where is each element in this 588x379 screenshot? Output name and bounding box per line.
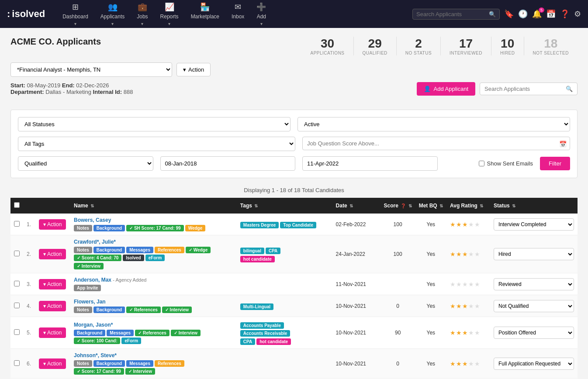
filter-date-from[interactable] — [160, 156, 296, 171]
select-all-checkbox[interactable] — [14, 202, 20, 208]
header-metbq[interactable]: Met BQ ⇅ — [415, 198, 446, 214]
table-row: 2. ▾ Action Crawford*, Julie* NotesBackg… — [10, 235, 578, 273]
star-empty: ★ — [456, 281, 462, 288]
filter-row-2: All Tags 📅 — [18, 137, 570, 151]
calendar-icon[interactable]: 📅 — [546, 9, 556, 19]
row-status-select[interactable]: Interview CompletedHiredReviewedNot Qual… — [494, 218, 574, 231]
row-name-cell: Crawford*, Julie* NotesBackgroundMessage… — [70, 235, 237, 273]
row-status-cell: Interview CompletedHiredReviewedNot Qual… — [490, 295, 578, 317]
search-applicants-input[interactable] — [484, 86, 563, 92]
header-score[interactable]: Score ❓ ⇅ — [380, 198, 415, 214]
row-action-button[interactable]: ▾ Action — [39, 249, 66, 259]
nav-item-add[interactable]: ➕ Add ▾ — [251, 0, 271, 30]
header-date[interactable]: Date ⇅ — [332, 198, 380, 214]
row-status-select[interactable]: Interview CompletedHiredReviewedNot Qual… — [494, 278, 574, 290]
row-date: 10-Nov-2021 — [332, 349, 380, 379]
search-applicants-container[interactable]: 🔍 — [480, 83, 578, 95]
star-filled: ★ — [462, 329, 468, 336]
nav-item-inbox[interactable]: ✉ Inbox — [226, 0, 249, 30]
nav-item-applicants[interactable]: 👥 Applicants ▾ — [95, 0, 130, 30]
nav-item-dashboard[interactable]: ⊞ Dashboard ▾ — [57, 0, 93, 30]
candidate-name[interactable]: Bowers, Casey — [74, 217, 111, 223]
main-content: ACME CO. Applicants 30 APPLICATIONS 29 Q… — [0, 28, 588, 379]
bookmark-icon[interactable]: 🔖 — [504, 9, 514, 19]
row-tags-cell: Masters DegreeTop Candidate — [237, 214, 332, 235]
header-name[interactable]: Name ⇅ — [70, 198, 237, 214]
star-empty: ★ — [474, 281, 480, 288]
logo[interactable]: :isolved — [7, 8, 45, 20]
nav-item-jobs[interactable]: 💼 Jobs ▾ — [131, 0, 153, 30]
row-action-button[interactable]: ▾ Action — [39, 279, 66, 289]
candidate-name[interactable]: Morgan, Jason* — [74, 322, 113, 328]
applicant-tag: ✓ References — [135, 330, 169, 336]
applicant-tag: Accounts Receivable — [240, 330, 291, 337]
applicant-tag: eForm — [145, 255, 165, 261]
help-icon[interactable]: ❓ — [560, 9, 570, 19]
stat-interviewed: 17 INTERVIEWED — [441, 37, 491, 55]
candidate-name[interactable]: Crawford*, Julie* — [74, 239, 116, 245]
star-empty: ★ — [462, 281, 468, 288]
row-checkbox[interactable] — [14, 281, 20, 286]
star-filled: ★ — [450, 221, 456, 228]
applicant-tag: Messages — [126, 360, 153, 367]
row-action-button[interactable]: ▾ Action — [39, 219, 66, 230]
filter-qualified-select[interactable]: Qualified — [18, 156, 153, 171]
row-status-cell: Interview CompletedHiredReviewedNot Qual… — [490, 349, 578, 379]
filter-active-select[interactable]: Active — [297, 117, 570, 131]
applicant-tag: Background — [74, 330, 105, 336]
row-status-select[interactable]: Interview CompletedHiredReviewedNot Qual… — [494, 248, 574, 260]
applicant-tag: Background — [93, 247, 125, 253]
row-checkbox[interactable] — [14, 329, 20, 335]
row-action-button[interactable]: ▾ Action — [39, 327, 66, 338]
nav-item-marketplace[interactable]: 🏪 Marketplace — [186, 0, 225, 30]
settings-icon[interactable]: ⚙ — [574, 9, 581, 19]
nav-search-bar[interactable]: 🔍 — [412, 9, 500, 20]
row-checkbox[interactable] — [14, 303, 20, 308]
header-avg-rating[interactable]: Avg Rating ⇅ — [446, 198, 490, 214]
table-body: 1. ▾ Action Bowers, Casey NotesBackgroun… — [10, 214, 578, 379]
show-sent-emails-checkbox[interactable] — [479, 161, 484, 166]
row-status-cell: Interview CompletedHiredReviewedNot Qual… — [490, 235, 578, 273]
row-name-cell: Bowers, Casey NotesBackground✓ SH Score:… — [70, 214, 237, 235]
header-checkbox — [10, 198, 23, 214]
row-checkbox[interactable] — [14, 221, 20, 227]
header-status[interactable]: Status ⇅ — [490, 198, 578, 214]
stat-no-status: 2 NO STATUS — [397, 37, 441, 55]
applicant-tag: Background — [93, 307, 125, 313]
candidate-name[interactable]: Johnson*, Steve* — [74, 352, 117, 358]
row-checkbox[interactable] — [14, 360, 20, 366]
applicant-tag: Background — [93, 360, 125, 367]
caret-icon: ▾ — [43, 303, 46, 309]
star-empty: ★ — [468, 281, 474, 288]
agency-label: - Agency Added — [113, 277, 146, 283]
header-action — [35, 198, 70, 214]
nav-item-reports[interactable]: 📈 Reports ▾ — [155, 0, 184, 30]
row-checkbox-cell — [10, 317, 23, 349]
history-icon[interactable]: 🕐 — [518, 9, 528, 19]
candidate-name[interactable]: Anderson, Max — [74, 277, 111, 283]
sort-metbq-icon: ⇅ — [439, 203, 443, 208]
row-checkbox[interactable] — [14, 251, 20, 256]
nav-search-input[interactable] — [416, 11, 486, 17]
filter-job-question-input[interactable] — [302, 137, 570, 150]
row-action-button[interactable]: ▾ Action — [39, 358, 66, 369]
row-status-cell: Interview CompletedHiredReviewedNot Qual… — [490, 273, 578, 295]
row-action-button[interactable]: ▾ Action — [39, 301, 66, 311]
row-status-select[interactable]: Interview CompletedHiredReviewedNot Qual… — [494, 327, 574, 339]
candidate-name[interactable]: Flowers, Jan — [74, 299, 106, 305]
filter-tags-select[interactable]: All Tags — [18, 137, 295, 151]
nav-items: ⊞ Dashboard ▾ 👥 Applicants ▾ 💼 Jobs ▾ 📈 … — [57, 0, 409, 30]
row-score: 100 — [380, 214, 415, 235]
filter-status-select[interactable]: All Statuses — [18, 117, 291, 131]
row-status-select[interactable]: Interview CompletedHiredReviewedNot Qual… — [494, 358, 574, 370]
action-dropdown-button[interactable]: ▾ Action — [176, 63, 211, 76]
filter-button[interactable]: Filter — [540, 157, 570, 170]
show-sent-emails-label[interactable]: Show Sent Emails — [479, 160, 533, 167]
add-applicant-button[interactable]: 👤 Add Applicant — [417, 82, 475, 96]
row-status-select[interactable]: Interview CompletedHiredReviewedNot Qual… — [494, 300, 574, 312]
star-filled: ★ — [456, 329, 462, 336]
filter-date-to[interactable] — [302, 156, 438, 171]
job-select-dropdown[interactable]: *Financial Analyst - Memphis, TN — [10, 62, 172, 77]
notification-icon[interactable]: 🔔 5 — [532, 9, 542, 19]
header-tags[interactable]: Tags ⇅ — [237, 198, 332, 214]
